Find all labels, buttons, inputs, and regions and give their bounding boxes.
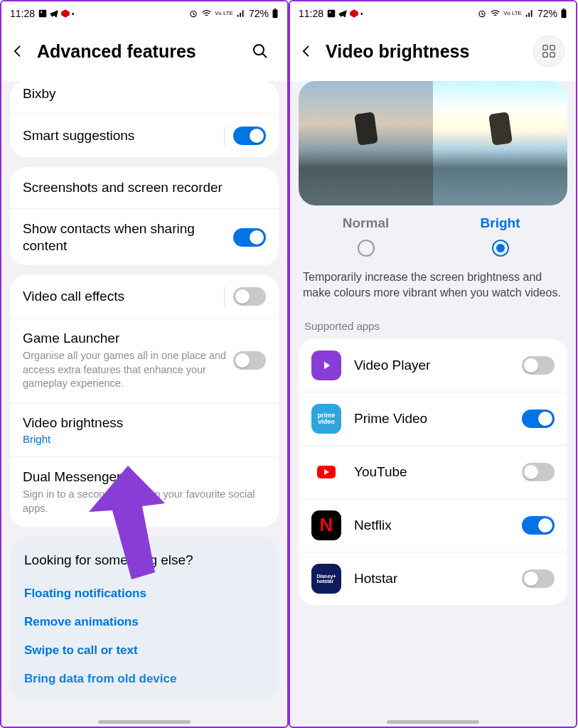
home-indicator[interactable] <box>98 720 191 724</box>
sub-game-launcher: Organise all your games all in one place… <box>23 349 233 391</box>
svg-rect-15 <box>543 53 547 57</box>
play-icon <box>320 359 333 372</box>
row-video-call[interactable]: Video call effects <box>10 275 279 318</box>
link-bring-data[interactable]: Bring data from old device <box>24 665 264 693</box>
toggle-smart-suggestions[interactable] <box>233 127 266 145</box>
volte-icon: Vo LTE <box>215 11 233 16</box>
status-icons-left: • <box>326 9 363 18</box>
label-smart-suggestions: Smart suggestions <box>23 127 224 144</box>
svg-point-1 <box>41 11 42 13</box>
toggle-video-call[interactable] <box>233 287 266 306</box>
preview-normal <box>299 81 433 205</box>
hex-icon <box>349 9 359 18</box>
app-row-youtube[interactable]: YouTube <box>299 445 567 498</box>
status-bar: 11:28 • Vo LTE 72% <box>290 1 576 26</box>
card-sharing: Screenshots and screen recorder Show con… <box>10 167 279 266</box>
toggle-prime-video[interactable] <box>522 410 555 428</box>
dot-icon: • <box>72 10 75 18</box>
back-button[interactable] <box>299 43 314 59</box>
page-header: Advanced features <box>1 26 287 81</box>
app-icon-youtube <box>311 457 341 487</box>
app-row-netflix[interactable]: N Netflix <box>299 498 567 552</box>
row-video-brightness[interactable]: Video brightness Bright <box>10 402 279 457</box>
svg-point-6 <box>254 45 264 55</box>
brightness-radio-group: Normal Bright <box>299 211 567 264</box>
alarm-icon <box>188 9 198 18</box>
signal-icon <box>525 9 535 18</box>
chevron-left-icon <box>11 44 25 58</box>
signal-icon <box>236 9 246 18</box>
brightness-preview <box>299 81 567 205</box>
netflix-n-icon: N <box>320 514 333 536</box>
app-row-prime-video[interactable]: primevideo Prime Video <box>299 392 567 445</box>
radio-normal[interactable]: Normal <box>299 215 433 257</box>
toggle-show-contacts[interactable] <box>233 228 266 247</box>
radio-bright[interactable]: Bright <box>433 215 567 257</box>
status-icons-left: • <box>38 9 75 18</box>
apps-button[interactable] <box>533 36 564 67</box>
divider <box>224 287 225 306</box>
label-video-call: Video call effects <box>23 288 224 305</box>
supported-apps-list: Video Player primevideo Prime Video YouT… <box>299 339 567 605</box>
app-icon-prime-video: primevideo <box>311 404 341 434</box>
app-name: Hotstar <box>354 570 522 587</box>
label-video-brightness: Video brightness <box>23 414 266 432</box>
svg-rect-13 <box>543 46 547 50</box>
app-icon-netflix: N <box>311 510 341 540</box>
link-swipe-to-call[interactable]: Swipe to call or text <box>24 636 264 665</box>
svg-rect-14 <box>550 46 555 50</box>
svg-rect-5 <box>274 9 277 9</box>
search-icon <box>252 43 269 60</box>
phone-screen-video-brightness: 11:28 • Vo LTE 72% Video brightness <box>289 0 577 728</box>
link-floating-notifications[interactable]: Floating notifications <box>24 579 264 608</box>
row-bixby[interactable]: Bixby <box>10 81 279 114</box>
status-bar: 11:28 • Vo LTE 72% <box>1 1 287 26</box>
row-screenshots[interactable]: Screenshots and screen recorder <box>10 167 279 208</box>
label-show-contacts: Show contacts when sharing content <box>23 220 233 255</box>
svg-rect-7 <box>328 10 336 18</box>
toggle-video-player[interactable] <box>522 356 555 375</box>
video-brightness-content: Normal Bright Temporarily increase the s… <box>290 81 576 727</box>
app-row-hotstar[interactable]: Disney+hotstar Hotstar <box>299 552 567 605</box>
search-button[interactable] <box>245 36 276 67</box>
telegram-icon <box>338 9 348 18</box>
toggle-youtube[interactable] <box>522 463 555 481</box>
link-remove-animations[interactable]: Remove animations <box>24 608 264 636</box>
radio-label-bright: Bright <box>433 215 567 231</box>
looking-title: Looking for something else? <box>24 552 264 568</box>
row-smart-suggestions[interactable]: Smart suggestions <box>10 114 279 157</box>
phone-screen-advanced-features: 11:28 • Vo LTE 72% Advanced features <box>0 0 289 728</box>
page-header: Video brightness <box>290 26 576 81</box>
page-title: Advanced features <box>37 41 233 62</box>
battery-icon <box>272 9 279 18</box>
row-dual-messenger[interactable]: Dual Messenger Sign in to a second accou… <box>10 456 279 527</box>
radio-circle-icon <box>492 240 509 257</box>
row-game-launcher[interactable]: Game Launcher Organise all your games al… <box>10 318 279 402</box>
app-name: Prime Video <box>354 410 522 427</box>
toggle-hotstar[interactable] <box>522 569 555 588</box>
home-indicator[interactable] <box>387 720 479 724</box>
app-row-video-player[interactable]: Video Player <box>299 339 567 392</box>
status-time: 11:28 <box>10 8 35 19</box>
volte-icon: Vo LTE <box>503 11 522 16</box>
toggle-game-launcher[interactable] <box>233 351 266 370</box>
label-screenshots: Screenshots and screen recorder <box>23 179 266 196</box>
svg-rect-0 <box>39 10 47 18</box>
toggle-netflix[interactable] <box>522 516 555 535</box>
row-show-contacts[interactable]: Show contacts when sharing content <box>10 208 279 266</box>
app-name: Netflix <box>354 517 522 534</box>
radio-label-normal: Normal <box>299 215 433 231</box>
apps-grid-icon <box>541 43 557 59</box>
app-name: Video Player <box>354 357 522 374</box>
divider <box>224 126 225 146</box>
settings-list: Bixby Smart suggestions Screenshots and … <box>1 81 287 727</box>
back-button[interactable] <box>10 43 26 59</box>
battery-text: 72% <box>249 8 269 19</box>
svg-rect-4 <box>273 9 278 18</box>
svg-marker-2 <box>61 9 70 18</box>
app-icon-hotstar: Disney+hotstar <box>311 564 341 594</box>
status-time: 11:28 <box>299 8 323 19</box>
svg-marker-9 <box>350 9 358 18</box>
value-video-brightness: Bright <box>23 433 266 445</box>
app-icon-video-player <box>311 350 341 380</box>
